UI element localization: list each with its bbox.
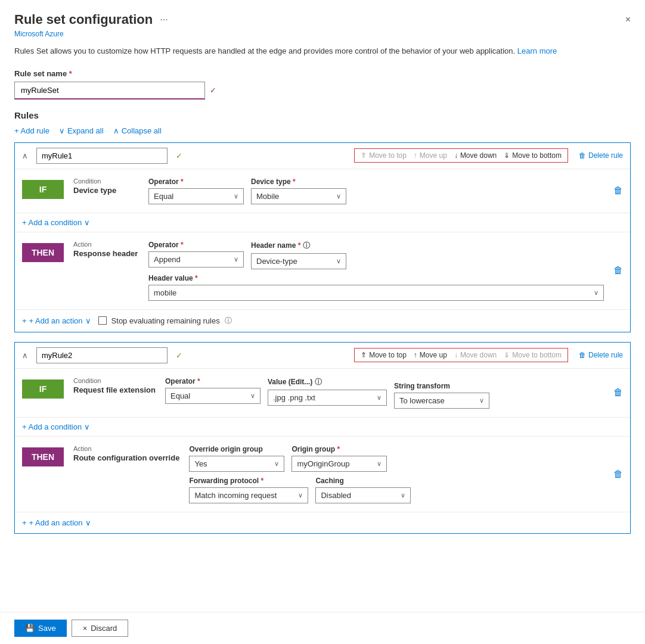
delete-icon-2: 🗑 (579, 351, 586, 359)
description: Rules Set allows you to customize how HT… (14, 45, 631, 57)
rule2-condition-delete-button[interactable]: 🗑 (613, 387, 623, 398)
rule2-action-bottom-fields: Forwarding protocol * Match incoming req… (189, 477, 604, 503)
rule1-stop-eval-row: Stop evaluating remaining rules ⓘ (98, 316, 232, 326)
learn-more-link[interactable]: Learn more (517, 46, 557, 55)
rule2-move-up-button[interactable]: ↑ Move up (414, 351, 447, 359)
rule1-stop-eval-label: Stop evaluating remaining rules (111, 316, 220, 325)
rule2-value-select[interactable]: .jpg .png .txt ∨ (268, 390, 387, 406)
rule2-action-delete-button[interactable]: 🗑 (613, 469, 623, 480)
rule1-device-type-select[interactable]: Mobile ∨ (251, 188, 346, 204)
rule2-action-type: Route configuration override (73, 453, 179, 462)
rule1-add-action-button[interactable]: + + Add an action ∨ (22, 316, 91, 325)
rule2-add-action-button[interactable]: + + Add an action ∨ (22, 518, 91, 527)
rule2-move-top-button[interactable]: ⇑ Move to top (361, 351, 407, 359)
rule2-add-action-plus: + (22, 518, 27, 527)
rule1-device-type-group: Device type * Mobile ∨ (251, 178, 346, 204)
rule2-origin-group-label: Origin group * (292, 445, 387, 453)
collapse-all-button[interactable]: ∧ Collapse all (113, 126, 162, 135)
rule2-chevron-icon[interactable]: ∧ (22, 351, 28, 360)
rule1-operator-label: Operator * (148, 178, 244, 186)
rule1-action-row: THEN Action Response header Operator * A… (15, 232, 630, 310)
add-rule-button[interactable]: + Add rule (14, 126, 49, 135)
rule2-move-bottom-button[interactable]: ⇓ Move to bottom (504, 351, 562, 359)
rule1-condition-type: Device type (73, 186, 139, 195)
rule2-origin-group-select[interactable]: myOriginGroup ∨ (292, 456, 387, 472)
expand-down-icon: ∨ (59, 126, 65, 135)
discard-button[interactable]: × Discard (72, 620, 129, 637)
rule2-action-label: Action (73, 445, 179, 452)
rule-card-2: ∧ ✓ ⇑ Move to top ↑ Move up ↓ Move down (14, 342, 631, 534)
rule2-caching-select[interactable]: Disabled ∨ (315, 487, 411, 503)
rule2-override-origin-select[interactable]: Yes ∨ (189, 456, 284, 472)
rule2-operator-chevron: ∨ (250, 392, 255, 400)
rule1-header-name-group: Header name * ⓘ Device-type ∨ (251, 241, 346, 269)
rule1-name-input[interactable] (36, 148, 168, 164)
rule2-move-buttons: ⇑ Move to top ↑ Move up ↓ Move down ⇓ Mo… (354, 348, 568, 362)
rule1-header-name-select[interactable]: Device-type ∨ (251, 253, 346, 269)
rules-section: Rules + Add rule ∨ Expand all ∧ Collapse… (14, 110, 631, 534)
rule-header-2: ∧ ✓ ⇑ Move to top ↑ Move up ↓ Move down (15, 343, 630, 369)
rule-card-1: ∧ ✓ ⇑ Move to top ↑ Move up ↓ Move down (14, 142, 631, 332)
move-up-icon-1: ↑ (414, 151, 417, 160)
rule2-string-transform-group: String transform To lowercase ∨ (394, 382, 489, 409)
rule2-string-transform-row: String transform To lowercase ∨ (394, 382, 489, 409)
rule1-action-top-fields: Operator * Append ∨ Header name * ⓘ (148, 241, 604, 269)
rule1-move-down-button[interactable]: ↓ Move down (454, 151, 497, 160)
rule1-action-operator-select[interactable]: Append ∨ (148, 251, 244, 267)
rule2-move-down-button[interactable]: ↓ Move down (454, 351, 497, 359)
rule2-action-row: THEN Action Route configuration override… (15, 437, 630, 512)
rule1-chevron-icon[interactable]: ∧ (22, 151, 28, 160)
ellipsis-button[interactable]: ··· (160, 14, 168, 25)
rule-set-name-row: ✓ (14, 82, 631, 99)
rule1-move-up-button[interactable]: ↑ Move up (414, 151, 447, 160)
rule2-operator-select[interactable]: Equal ∨ (165, 388, 261, 404)
rule1-if-badge: IF (22, 180, 64, 199)
rule1-delete-button[interactable]: 🗑 Delete rule (579, 151, 623, 160)
rule2-value-group: Value (Edit...) ⓘ .jpg .png .txt ∨ (268, 377, 387, 406)
rule2-string-transform-label: String transform (394, 382, 489, 390)
rule2-string-transform-select[interactable]: To lowercase ∨ (394, 393, 489, 409)
rule1-condition-info: Condition Device type (73, 178, 139, 195)
rule1-action-delete-button[interactable]: 🗑 (613, 265, 623, 276)
rule1-action-operator-chevron: ∨ (234, 256, 238, 263)
rule1-move-top-button[interactable]: ⇑ Move to top (361, 151, 407, 160)
rule2-override-origin-chevron: ∨ (274, 460, 279, 468)
rule2-forwarding-chevron: ∨ (298, 491, 303, 499)
collapse-up-icon: ∧ (113, 126, 119, 135)
rule2-value-chevron: ∨ (377, 394, 382, 402)
rule2-caching-chevron: ∨ (401, 491, 405, 499)
rule1-header-value-select[interactable]: mobile ∨ (148, 285, 604, 301)
rule2-condition-fields: Operator * Equal ∨ Value (Edit...) ⓘ (165, 377, 604, 409)
rule1-operator-chevron: ∨ (234, 192, 238, 200)
rule2-then-badge: THEN (22, 447, 64, 466)
move-top-icon-2: ⇑ (361, 351, 367, 359)
description-text: Rules Set allows you to customize how HT… (14, 46, 515, 55)
rule1-stop-eval-checkbox[interactable] (98, 316, 107, 325)
move-top-icon-1: ⇑ (361, 151, 367, 160)
rule1-operator-select[interactable]: Equal ∨ (148, 188, 244, 204)
rule2-override-origin-label: Override origin group (189, 445, 284, 453)
rule2-name-input[interactable] (36, 347, 168, 363)
rule-set-name-label: Rule set name * (14, 69, 631, 78)
discard-icon: × (83, 624, 88, 633)
rule1-condition-delete-button[interactable]: 🗑 (613, 185, 623, 196)
rule1-move-bottom-button[interactable]: ⇓ Move to bottom (504, 151, 562, 160)
rule1-device-type-label: Device type * (251, 178, 346, 186)
rule1-add-condition-row[interactable]: + Add a condition ∨ (15, 213, 630, 232)
rule2-override-origin-group: Override origin group Yes ∨ (189, 445, 284, 472)
rule1-action-info: Action Response header (73, 241, 139, 258)
rule1-condition-row: IF Condition Device type Operator * Equa… (15, 169, 630, 213)
rule2-delete-button[interactable]: 🗑 Delete rule (579, 351, 623, 359)
expand-all-button[interactable]: ∨ Expand all (59, 126, 104, 135)
rule2-add-action-chevron: ∨ (85, 518, 91, 527)
rule2-forwarding-select[interactable]: Match incoming request ∨ (189, 487, 308, 503)
rule2-caching-group: Caching Disabled ∨ (315, 477, 411, 503)
panel-title: Rule set configuration (14, 12, 153, 27)
rule-set-panel: Rule set configuration ··· × Microsoft A… (0, 0, 645, 585)
rule-header-1: ∧ ✓ ⇑ Move to top ↑ Move up ↓ Move down (15, 143, 630, 169)
close-button[interactable]: × (625, 14, 631, 25)
save-button[interactable]: 💾 Save (14, 620, 67, 637)
rule2-condition-type: Request file extension (73, 385, 156, 394)
rule2-add-condition-row[interactable]: + Add a condition ∨ (15, 418, 630, 437)
rule-set-name-input[interactable] (14, 82, 205, 99)
